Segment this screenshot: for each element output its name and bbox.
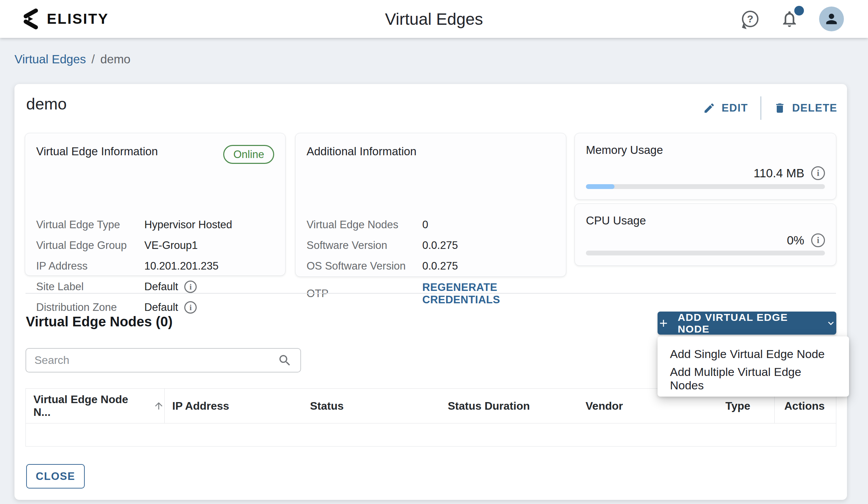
column-label: Type: [725, 400, 750, 412]
breadcrumb: Virtual Edges / demo: [14, 52, 131, 66]
additional-information-card: Additional Information Virtual Edge Node…: [295, 133, 566, 277]
info-card-title: Virtual Edge Information: [36, 145, 158, 158]
row-value: 10.201.201.235: [144, 260, 219, 272]
breadcrumb-separator: /: [92, 52, 95, 66]
cpu-usage-value-row: 0% i: [787, 233, 825, 247]
row-value: 0.0.275: [422, 260, 458, 272]
detail-card: demo EDIT DELETE Virtual Edge Informatio…: [14, 84, 847, 500]
row-site-label: Site Label Default i: [36, 281, 275, 293]
status-badge: Online: [223, 145, 274, 164]
row-os-software-version: OS Software Version 0.0.275: [307, 260, 556, 272]
cpu-usage-title: CPU Usage: [586, 214, 825, 227]
avatar[interactable]: [819, 7, 844, 31]
header-actions: ?: [741, 0, 844, 38]
page: ELISITY Virtual Edges ? Virtual Edges / …: [0, 0, 868, 504]
menu-item-add-multiple[interactable]: Add Multiple Virtual Edge Nodes: [658, 367, 849, 390]
search-box: [25, 348, 301, 372]
plus-icon: [658, 317, 669, 329]
notifications-button[interactable]: [780, 9, 799, 29]
column-label: Status: [310, 400, 344, 412]
row-virtual-edge-type: Virtual Edge Type Hypervisor Hosted: [36, 219, 275, 231]
memory-usage-value-row: 110.4 MB i: [754, 166, 825, 180]
row-value: Default: [144, 281, 178, 293]
help-icon: ?: [742, 11, 758, 27]
row-value: 0: [422, 219, 428, 231]
add-virtual-edge-node-button[interactable]: ADD VIRTUAL EDGE NODE: [658, 312, 836, 335]
cpu-usage-bar: [586, 251, 825, 255]
row-label: OTP: [307, 287, 422, 300]
person-icon: [824, 11, 839, 27]
row-label: Distribution Zone: [36, 301, 144, 314]
row-value: Default: [144, 301, 178, 314]
column-header-status[interactable]: Status: [302, 389, 440, 423]
add-button-label: ADD VIRTUAL EDGE NODE: [678, 312, 817, 335]
memory-usage-card: Memory Usage 110.4 MB i: [575, 133, 836, 200]
menu-item-add-single[interactable]: Add Single Virtual Edge Node: [658, 343, 849, 366]
help-button[interactable]: ?: [741, 9, 760, 29]
row-ip-address: IP Address 10.201.201.235: [36, 260, 275, 272]
memory-usage-title: Memory Usage: [586, 144, 825, 157]
cpu-usage-value: 0%: [787, 233, 804, 247]
row-label: Virtual Edge Group: [36, 239, 144, 252]
info-icon[interactable]: i: [811, 166, 825, 180]
row-label: Virtual Edge Type: [36, 219, 144, 231]
row-otp: OTP REGENERATE CREDENTIALS: [307, 281, 556, 306]
search-icon[interactable]: [278, 353, 292, 368]
row-virtual-edge-group: Virtual Edge Group VE-Group1: [36, 239, 275, 252]
column-label: IP Address: [172, 400, 229, 412]
detail-actions: EDIT DELETE: [703, 96, 837, 120]
additional-card-title: Additional Information: [307, 145, 555, 158]
app-header: ELISITY Virtual Edges ?: [0, 0, 868, 38]
breadcrumb-virtual-edges[interactable]: Virtual Edges: [14, 52, 86, 66]
row-value: Hypervisor Hosted: [144, 219, 232, 231]
edit-button[interactable]: EDIT: [703, 102, 748, 114]
memory-usage-fill: [586, 184, 614, 189]
column-label: Vendor: [586, 400, 623, 412]
delete-button[interactable]: DELETE: [774, 102, 837, 114]
add-node-dropdown-menu: Add Single Virtual Edge Node Add Multipl…: [658, 336, 849, 397]
row-label: Software Version: [307, 239, 422, 252]
edit-label: EDIT: [722, 102, 748, 114]
sort-ascending-icon: [153, 400, 164, 411]
chevron-down-icon: [825, 317, 837, 329]
column-label: Actions: [784, 400, 825, 412]
detail-title: demo: [26, 94, 67, 113]
cpu-usage-card: CPU Usage 0% i: [575, 203, 836, 266]
info-icon[interactable]: i: [184, 281, 197, 293]
actions-divider: [761, 96, 761, 120]
column-header-ip-address[interactable]: IP Address: [165, 389, 302, 423]
section-divider: [25, 293, 836, 294]
regenerate-credentials-link[interactable]: REGENERATE CREDENTIALS: [422, 281, 556, 306]
search-input[interactable]: [34, 354, 278, 367]
row-value: 0.0.275: [422, 239, 458, 252]
close-button[interactable]: CLOSE: [26, 464, 85, 489]
column-label: Virtual Edge Node N...: [33, 393, 147, 419]
row-value: VE-Group1: [144, 239, 198, 252]
table-empty-row: [26, 423, 836, 446]
info-icon[interactable]: i: [811, 233, 825, 247]
column-header-node-name[interactable]: Virtual Edge Node N...: [26, 389, 165, 423]
memory-usage-value: 110.4 MB: [754, 166, 804, 180]
row-virtual-edge-nodes: Virtual Edge Nodes 0: [307, 219, 556, 231]
breadcrumb-current: demo: [100, 52, 131, 66]
trash-icon: [774, 102, 786, 114]
column-header-status-duration[interactable]: Status Duration: [440, 389, 578, 423]
memory-usage-bar: [586, 184, 825, 189]
row-label: IP Address: [36, 260, 144, 272]
virtual-edge-information-card: Virtual Edge Information Online Virtual …: [25, 133, 286, 276]
info-icon[interactable]: i: [184, 301, 197, 314]
row-label: OS Software Version: [307, 260, 422, 272]
column-label: Status Duration: [448, 400, 530, 412]
row-software-version: Software Version 0.0.275: [307, 239, 556, 252]
row-distribution-zone: Distribution Zone Default i: [36, 301, 275, 314]
nodes-section-heading: Virtual Edge Nodes (0): [26, 314, 173, 329]
pencil-icon: [703, 102, 715, 114]
row-label: Site Label: [36, 281, 144, 293]
page-title: Virtual Edges: [0, 10, 868, 29]
delete-label: DELETE: [792, 102, 837, 114]
row-label: Virtual Edge Nodes: [307, 219, 422, 231]
notification-badge: [794, 6, 804, 15]
nodes-table: Virtual Edge Node N... IP Address Status…: [25, 388, 836, 447]
